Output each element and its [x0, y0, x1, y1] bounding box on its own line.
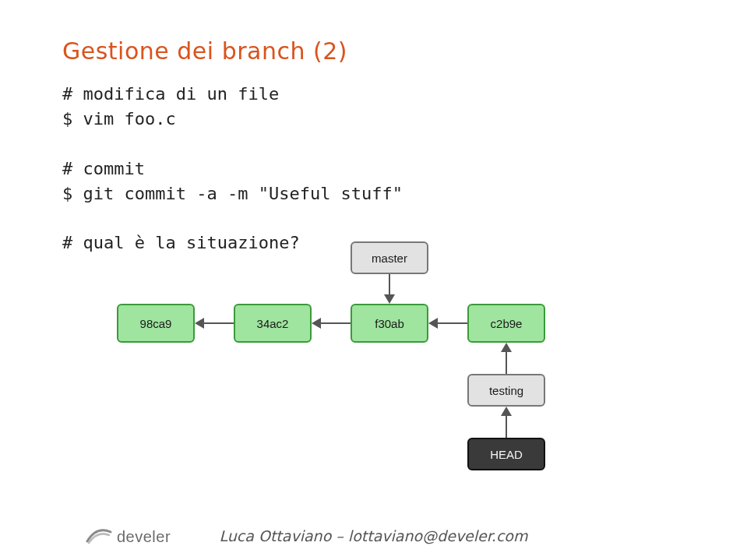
logo-text: develer [117, 528, 171, 546]
head-node: HEAD [467, 438, 545, 470]
develer-logo: develer [86, 524, 171, 546]
code-line: # modifica di un file [62, 84, 279, 104]
code-line: $ vim foo.c [62, 109, 176, 129]
slide: Gestione dei branch (2) # modifica di un… [0, 0, 747, 560]
branch-master: master [351, 241, 428, 274]
commit-node: c2b9e [467, 304, 545, 343]
logo-swoosh-icon [86, 524, 112, 546]
code-block: # modifica di un file $ vim foo.c # comm… [62, 82, 700, 255]
commit-node: 34ac2 [234, 304, 312, 343]
branch-testing: testing [467, 374, 545, 407]
code-line: $ git commit -a -m "Useful stuff" [62, 184, 403, 203]
commit-node: 98ca9 [117, 304, 195, 343]
git-diagram: 98ca9 34ac2 f30ab c2b9e master testing H… [117, 241, 631, 475]
slide-title: Gestione dei branch (2) [62, 37, 700, 65]
commit-node: f30ab [351, 304, 428, 343]
code-line: # commit [62, 159, 145, 178]
